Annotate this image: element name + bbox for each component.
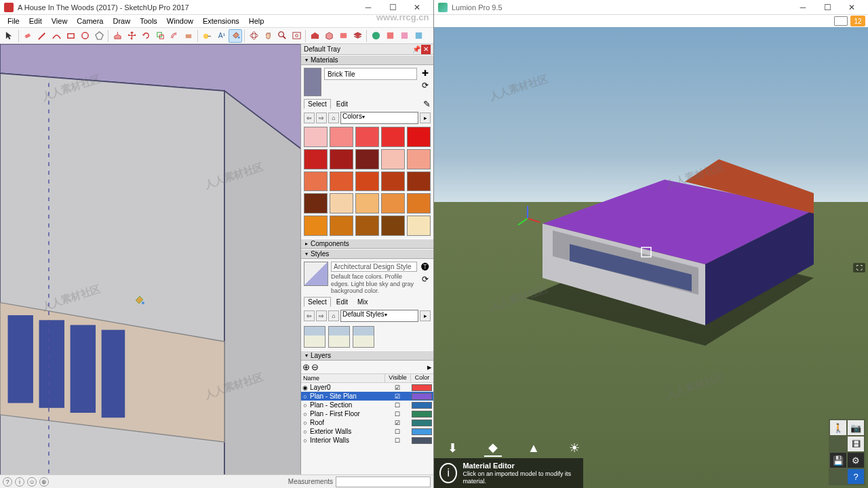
tray-titlebar[interactable]: Default Tray 📌 ✕ [301, 44, 433, 55]
styles-tab-mix[interactable]: Mix [353, 297, 372, 307]
rotate-tool-icon[interactable] [139, 29, 153, 43]
material-name-input[interactable] [324, 68, 417, 80]
paintbucket-tool-icon[interactable] [229, 29, 242, 43]
layer-active-radio[interactable]: ○ [301, 437, 309, 444]
layer-visible-checkbox[interactable]: ☐ [384, 411, 410, 418]
lumion-viewport[interactable]: ⛶ ⬇ ◆ ▲ ☀ i Material Editor Click on an … [434, 27, 868, 488]
color-swatch[interactable] [381, 171, 405, 192]
select-tool-icon[interactable] [3, 29, 16, 43]
layer-color-swatch[interactable] [412, 420, 432, 426]
layer-row[interactable]: ○Plan - First Floor☐ [301, 409, 433, 418]
layer-visible-checkbox[interactable]: ☐ [384, 428, 410, 435]
color-swatch[interactable] [381, 149, 405, 169]
layer-active-radio[interactable]: ○ [301, 428, 309, 435]
lumion-titlebar[interactable]: Lumion Pro 9.5 ─ ☐ ✕ [434, 0, 868, 15]
color-swatch[interactable] [407, 216, 431, 236]
color-swatch[interactable] [355, 216, 379, 236]
add-layer-icon[interactable]: ⊕ [302, 362, 310, 372]
material-library-select[interactable]: Colors [340, 112, 418, 124]
materials-tab-select[interactable]: Select [304, 99, 331, 109]
menu-draw[interactable]: Draw [108, 16, 135, 26]
layer-color-swatch[interactable] [412, 402, 432, 409]
layer-name[interactable]: Plan - Section [309, 401, 384, 409]
lumion-minimize-button[interactable]: ─ [791, 0, 815, 15]
window-close-button[interactable]: ✕ [405, 0, 429, 15]
color-swatch[interactable] [330, 193, 353, 214]
layer-name[interactable]: Interior Walls [309, 436, 384, 444]
zoom-extents-icon[interactable] [290, 29, 303, 43]
color-swatch[interactable] [355, 171, 379, 192]
zoom-tool-icon[interactable] [275, 29, 289, 43]
movie-mode-icon[interactable]: 🎞 [848, 436, 864, 451]
layer-color-swatch[interactable] [412, 384, 432, 391]
color-swatch[interactable] [355, 127, 379, 147]
tray-pin-icon[interactable]: 📌 [412, 45, 421, 54]
status-help-icon[interactable]: ? [3, 477, 12, 487]
photo-mode-icon[interactable]: 📷 [848, 420, 864, 435]
layer-row[interactable]: ○Plan - Section☐ [301, 401, 433, 409]
build-mode-icon[interactable]: 🚶 [830, 420, 846, 435]
menu-tools[interactable]: Tools [135, 16, 162, 26]
lumion-maximize-button[interactable]: ☐ [815, 0, 840, 15]
style-item[interactable] [328, 326, 350, 348]
color-swatch[interactable] [407, 127, 431, 147]
status-info-icon[interactable]: i [15, 477, 24, 487]
layer-row[interactable]: ○Interior Walls☐ [301, 436, 433, 445]
sketchup-titlebar[interactable]: A House In The Woods (2017) - SketchUp P… [0, 0, 433, 15]
style-thumbnail[interactable] [304, 262, 328, 286]
menu-view[interactable]: View [47, 16, 73, 26]
menu-camera[interactable]: Camera [72, 16, 108, 26]
tray-close-icon[interactable]: ✕ [421, 45, 431, 54]
layers-icon[interactable] [351, 29, 364, 43]
color-swatch[interactable] [330, 171, 353, 192]
layer-visible-checkbox[interactable]: ☑ [384, 420, 410, 426]
layer-name[interactable]: Plan - First Floor [309, 410, 384, 418]
followme-tool-icon[interactable] [182, 29, 195, 43]
materials-panel-header[interactable]: Materials [301, 55, 433, 65]
layer-name[interactable]: Roof [309, 419, 384, 426]
weather-mode-icon[interactable]: ☀ [566, 439, 583, 457]
window-maximize-button[interactable]: ☐ [380, 0, 405, 15]
line-tool-icon[interactable] [35, 29, 49, 43]
styles-fwd-icon[interactable]: ⇨ [316, 310, 327, 321]
styles-panel-header[interactable]: Styles [301, 249, 433, 259]
warehouse-icon[interactable] [308, 29, 321, 43]
layer-active-radio[interactable]: ○ [301, 393, 309, 400]
layer-visible-checkbox[interactable]: ☐ [384, 402, 410, 409]
layer-active-radio[interactable]: ○ [301, 411, 309, 418]
menu-file[interactable]: File [3, 16, 24, 26]
library-back-icon[interactable]: ⇦ [304, 113, 315, 123]
circle-tool-icon[interactable] [78, 29, 92, 43]
library-menu-icon[interactable]: ▸ [420, 113, 431, 123]
color-swatch[interactable] [407, 193, 431, 214]
layer-name[interactable]: Layer0 [309, 384, 384, 391]
layers-panel-header[interactable]: Layers [301, 350, 433, 361]
sketchup-viewport[interactable]: Default Tray 📌 ✕ Materials ✚ ⟳ [0, 44, 433, 474]
extension-icon[interactable] [336, 29, 350, 43]
lumion-export-icon[interactable] [383, 29, 397, 43]
color-swatch[interactable] [330, 127, 353, 147]
layer-color-swatch[interactable] [412, 428, 432, 435]
eraser-tool-icon[interactable] [21, 29, 35, 43]
color-swatch[interactable] [330, 149, 353, 169]
layer-name[interactable]: Exterior Walls [309, 428, 384, 435]
color-swatch[interactable] [304, 193, 328, 214]
menu-extensions[interactable]: Extensions [198, 16, 244, 26]
orbit-tool-icon[interactable] [247, 29, 260, 43]
window-minimize-button[interactable]: ─ [356, 0, 380, 15]
color-swatch[interactable] [304, 216, 328, 236]
tape-tool-icon[interactable] [200, 29, 214, 43]
menu-edit[interactable]: Edit [24, 16, 47, 26]
color-swatch[interactable] [330, 216, 353, 236]
expand-panel-icon[interactable]: ⛶ [853, 263, 865, 272]
color-swatch[interactable] [355, 193, 379, 214]
styles-library-select[interactable]: Default Styles [340, 310, 418, 322]
style-item[interactable] [304, 326, 326, 348]
help-icon[interactable] [397, 29, 411, 43]
color-swatch[interactable] [381, 216, 405, 236]
arc-tool-icon[interactable] [50, 29, 63, 43]
polygon-tool-icon[interactable] [92, 29, 106, 43]
rectangle-tool-icon[interactable] [64, 29, 77, 43]
lumion-sync-icon[interactable] [369, 29, 382, 43]
measurements-input[interactable] [336, 476, 431, 487]
